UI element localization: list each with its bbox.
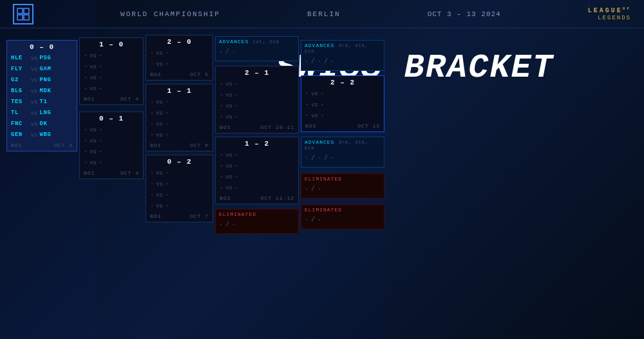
round-2w-group: 2 – 0 · VS · · VS · BO3 OCT 5 [146,35,213,81]
round-4w-group: 2 – 2 · VS · · VS · · VS · [301,75,384,132]
r1l-footer: BO1 OCT 4 [84,170,139,176]
r1w-score: 1 – 0 [84,41,139,48]
svg-rect-2 [17,15,23,20]
eliminated-r4l-box: ELIMINATED · / · [301,204,384,229]
r3w-footer: BO3 OCT 10-11 [220,124,294,130]
advances-345-mid-box: ADVANCES 3rd, 4th, 5th · / · / · [301,137,384,168]
round-1-col: 1 – 0 · VS · · VS · · VS · [79,37,144,179]
eliminated-r3-box: ELIMINATED · / · [215,209,299,234]
round-2m-group: 1 – 1 · VS · · VS · · VS · [146,84,213,151]
match-tes-t1: TES VS T1 [11,97,73,107]
r1l-score: 0 – 1 [84,115,139,122]
dates-label: OCT 3 – 13 2024 [428,10,501,18]
lol-line2: LEGENDS [598,15,631,21]
r2l-score: 0 – 2 [150,158,209,166]
round-3w-group: 2 – 1 · VS · · VS · · VS · [215,66,299,133]
bracket-area: 0 – 0 HLE VS PSG FLY VS GAM G2 VS PNG [0,28,644,339]
r0-format: BO1 [11,142,22,148]
r4w-score: 2 – 2 [305,79,380,86]
r2l-footer: BO3 OCT 7 [150,213,209,219]
match-hle-psg: HLE VS PSG [11,53,73,63]
advances-345-top-box: ADVANCES 3rd, 4th, 5th · / · / · [301,40,384,71]
svg-rect-0 [17,8,23,14]
match-fnc-dk: FNC VS DK [11,119,73,129]
r2w-footer: BO3 OCT 5 [150,72,209,77]
r2m-footer: BO1 OCT 6 [150,142,209,148]
advances-345-top-label: ADVANCES 3rd, 4th, 5th [305,43,381,54]
r0-date: OCT 3 [54,142,73,148]
round-3-col: ADVANCES 1st, 2nd · / · 2 – 1 · VS · [215,35,299,235]
round-2l-group: 0 – 2 · VS · · VS · · VS · [146,155,213,222]
lol-line1: LEAGUEOF [588,6,631,14]
r0-score: 0 – 0 [11,43,73,51]
r3l-footer: BO3 OCT 11-12 [220,195,294,201]
svg-rect-3 [24,15,29,20]
r1w-footer: BO1 OCT 4 [84,96,139,102]
match-g2-png: G2 VS PNG [11,75,73,85]
tournament-title: WORLD CHAMPIONSHIP [120,10,220,18]
match-gen-wbg: GEN VS WBG [11,130,73,140]
r2m-score: 1 – 1 [150,87,209,95]
advances-1st-label: ADVANCES 1st, 2nd [219,39,295,44]
r3w-score: 2 – 1 [220,69,294,77]
match-blg-mdk: BLG VS MDK [11,86,73,96]
r2w-score: 2 – 0 [150,38,209,46]
r0-footer: BO1 OCT 3 [11,142,73,148]
header: WORLD CHAMPIONSHIP BERLIN OCT 3 – 13 202… [0,0,644,28]
round-1w-group: 1 – 0 · VS · · VS · · VS · [79,37,144,105]
location-label: BERLIN [307,10,341,18]
advances-345-mid-label: ADVANCES 3rd, 4th, 5th [305,139,381,151]
match-tl-lng: TL VS LNG [11,108,73,118]
eliminated-r4-label: ELIMINATED [305,176,381,182]
eliminated-r4l-label: ELIMINATED [305,207,381,213]
round-4-col: ADVANCES 3rd, 4th, 5th · / · / · 2 – 2 ·… [301,39,384,231]
eliminated-r4-box: ELIMINATED · / · [301,173,384,199]
round-0: 0 – 0 HLE VS PSG FLY VS GAM G2 VS PNG [6,40,77,151]
r3l-score: 1 – 2 [220,140,294,148]
round-2-col: 2 – 0 · VS · · VS · BO3 OCT 5 [146,35,213,222]
eliminated-r3-label: ELIMINATED [219,211,295,217]
round-0-group: 0 – 0 HLE VS PSG FLY VS GAM G2 VS PNG [6,40,77,151]
match-fly-gam: FLY VS GAM [11,64,73,74]
lol-logo: LEAGUEOF LEGENDS [588,6,631,21]
advances-1st-2nd-box: ADVANCES 1st, 2nd · / · [215,36,299,61]
round-3l-group: 1 – 2 · VS · · VS · · VS · [215,137,299,204]
svg-rect-1 [24,8,29,14]
r4w-footer: BO3 OCT 13 [305,123,380,129]
app-logo [13,4,33,24]
round-1l-group: 0 – 1 · VS · · VS · · VS · [79,111,144,179]
